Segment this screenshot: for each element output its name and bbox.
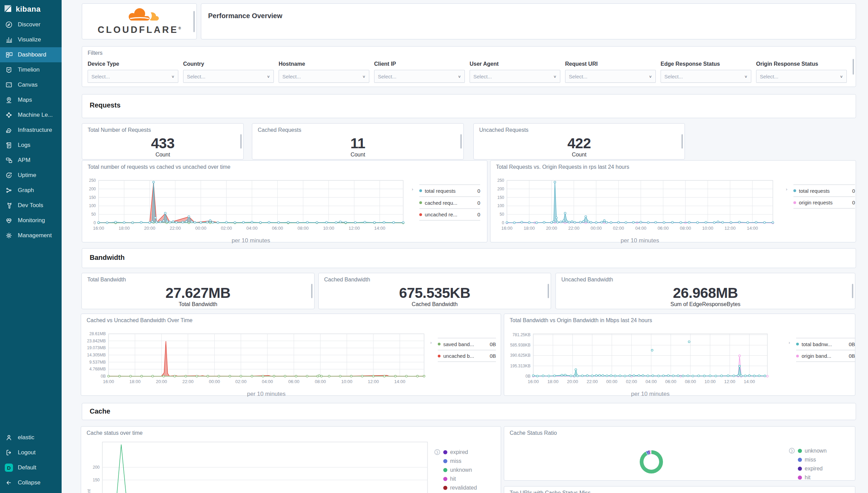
filter-label: Origin Response Status (756, 61, 847, 67)
legend-collapse-icon[interactable]: ❯ (789, 448, 795, 454)
metric-title: Total Number of Requests (88, 127, 151, 133)
sidebar-item-dev-tools[interactable]: Dev Tools (0, 198, 62, 213)
panel-scroll-indicator[interactable] (681, 134, 683, 149)
sidebar-item-dashboard[interactable]: Dashboard (0, 47, 62, 62)
panel-scroll-indicator[interactable] (193, 11, 195, 32)
legend-item-unknown[interactable]: unknown (798, 446, 849, 455)
legend-collapse-icon[interactable]: ❯ (434, 449, 440, 455)
cache-status-donut-chart[interactable] (640, 450, 663, 473)
kibana-logo[interactable]: kibana (0, 0, 62, 17)
svg-text:20:00: 20:00 (546, 226, 557, 231)
sidebar-item-discover[interactable]: Discover (0, 17, 62, 32)
legend-collapse-icon[interactable]: › (430, 340, 432, 345)
sidebar-item-timelion[interactable]: Timelion (0, 62, 62, 77)
legend-item-hit[interactable]: hit (798, 473, 849, 481)
legend-item-miss[interactable]: miss (443, 457, 495, 466)
legend-item-expired[interactable]: expired (443, 448, 495, 457)
filter-select-country[interactable]: Select...∨ (183, 70, 274, 83)
sidebar-item-infrastructure[interactable]: Infrastructure (0, 123, 62, 138)
legend-item-total-requests[interactable]: total requests0 (793, 185, 855, 197)
sidebar-item-label: Maps (18, 97, 32, 103)
legend-collapse-icon[interactable]: › (789, 340, 790, 345)
svg-text:04:00: 04:00 (635, 226, 647, 231)
legend-color-dot (438, 355, 441, 357)
svg-text:02:00: 02:00 (235, 379, 247, 384)
metric-cached-bandwidth: Cached Bandwidth 675.535KB Cached Bandwi… (318, 273, 551, 309)
user-icon (5, 433, 13, 442)
metric-value: 27.627MB (82, 285, 314, 301)
metric-title: Uncached Bandwidth (561, 277, 613, 283)
panel-scroll-indicator[interactable] (852, 284, 853, 298)
svg-text:14:00: 14:00 (747, 226, 758, 231)
panel-scroll-indicator[interactable] (311, 284, 312, 298)
sidebar-item-canvas[interactable]: Canvas (0, 77, 62, 92)
legend-item-uncached-b-[interactable]: uncached b...0B (438, 350, 496, 362)
legend-color-dot (419, 213, 422, 216)
legend-item-saved-band-[interactable]: saved band...0B (438, 338, 496, 350)
svg-text:14.305MB: 14.305MB (87, 353, 106, 357)
sidebar-item-apm[interactable]: APM (0, 153, 62, 168)
filter-select-user-agent[interactable]: Select...∨ (470, 70, 560, 83)
sidebar-item-machine-le-[interactable]: Machine Le... (0, 108, 62, 123)
sidebar-item-uptime[interactable]: Uptime (0, 168, 62, 183)
svg-text:19.073MB: 19.073MB (87, 345, 106, 350)
filters-panel: Filters Device TypeSelect...∨CountrySele… (82, 46, 856, 87)
legend-value: 0B (849, 353, 855, 359)
sidebar-footer-logout[interactable]: Logout (0, 445, 62, 460)
metric-sublabel: Total Bandwidth (82, 301, 314, 307)
legend-item-miss[interactable]: miss (798, 455, 849, 464)
sidebar-item-monitoring[interactable]: Monitoring (0, 213, 62, 228)
legend-item-cached-requ-[interactable]: cached requ...0 (419, 197, 480, 208)
legend-item-expired[interactable]: expired (798, 464, 849, 473)
metric-value: 26.968MB (556, 285, 855, 301)
panel-scroll-indicator[interactable] (548, 284, 549, 298)
filter-select-client-ip[interactable]: Select...∨ (374, 70, 465, 83)
panel-scroll-indicator[interactable] (853, 59, 854, 75)
legend-item-hit[interactable]: hit (443, 475, 495, 483)
legend-item-origin-requests[interactable]: origin requests0 (793, 197, 855, 208)
sidebar-item-graph[interactable]: Graph (0, 183, 62, 198)
svg-text:0B: 0B (525, 374, 531, 379)
sidebar-nav: DiscoverVisualizeDashboardTimelionCanvas… (0, 17, 62, 243)
filter-select-origin-response-status[interactable]: Select...∨ (756, 70, 847, 83)
legend-item-origin-band-[interactable]: origin band...0B (796, 350, 855, 362)
legend-item-uncached-re-[interactable]: uncached re...0 (419, 208, 480, 220)
svg-text:00:00: 00:00 (209, 379, 220, 384)
sidebar-item-logs[interactable]: Logs (0, 138, 62, 153)
sidebar-footer-collapse[interactable]: Collapse (0, 475, 62, 490)
svg-text:16:00: 16:00 (501, 226, 513, 231)
svg-text:02:00: 02:00 (221, 226, 232, 231)
sidebar-item-management[interactable]: Management (0, 228, 62, 243)
metric-sublabel: Count (252, 152, 463, 158)
legend-label: expired (805, 466, 849, 472)
chart-legend: total requests0cached requ...0uncached r… (419, 185, 480, 220)
chevron-down-icon: ∨ (744, 74, 748, 78)
sidebar-footer-default[interactable]: DDefault (0, 460, 62, 475)
legend-collapse-icon[interactable]: › (786, 187, 787, 192)
svg-text:12:00: 12:00 (349, 226, 360, 231)
filter-select-hostname[interactable]: Select...∨ (279, 70, 369, 83)
panel-scroll-indicator[interactable] (460, 134, 462, 149)
sidebar-item-visualize[interactable]: Visualize (0, 32, 62, 47)
legend-item-total-requests[interactable]: total requests0 (419, 185, 480, 197)
svg-text:04:00: 04:00 (646, 379, 657, 384)
svg-text:22:00: 22:00 (587, 379, 598, 384)
sidebar-footer-elastic[interactable]: elastic (0, 430, 62, 445)
filter-select-edge-response-status[interactable]: Select...∨ (661, 70, 751, 83)
panel-scroll-indicator[interactable] (240, 134, 242, 149)
legend-item-revalidated[interactable]: revalidated (443, 483, 495, 492)
chart-requests-vs-origin: Total Requests vs. Origin Requests in rp… (490, 160, 856, 242)
filter-select-device-type[interactable]: Select...∨ (88, 70, 178, 83)
legend-item-unknown[interactable]: unknown (443, 466, 495, 475)
sidebar-item-maps[interactable]: Maps (0, 92, 62, 108)
filter-select-request-uri[interactable]: Select...∨ (565, 70, 656, 83)
svg-text:10:00: 10:00 (702, 226, 714, 231)
legend-collapse-icon[interactable]: › (412, 187, 413, 192)
legend-item-total-badnw-[interactable]: total badnw...0B (796, 338, 855, 350)
cloudflare-wordmark: CLOUDFLARE® (98, 25, 181, 35)
metric-title: Total Bandwidth (87, 277, 126, 283)
svg-text:06:00: 06:00 (288, 379, 299, 384)
metric-sublabel: Sum of EdgeResponseBytes (556, 301, 855, 307)
legend-label: origin requests (799, 200, 847, 205)
legend-color-dot (793, 201, 796, 204)
